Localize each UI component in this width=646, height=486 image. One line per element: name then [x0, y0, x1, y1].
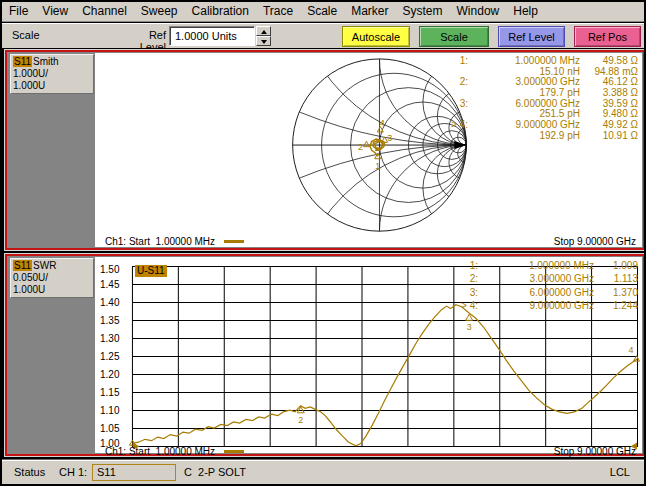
lower-trace-color-dash	[224, 450, 244, 453]
application-window: FileViewChannelSweepCalibrationTraceScal…	[0, 0, 646, 486]
menu-bar: FileViewChannelSweepCalibrationTraceScal…	[2, 2, 644, 22]
y-axis-tick: 1.20	[100, 370, 126, 380]
menu-item-system[interactable]: System	[396, 2, 450, 21]
marker-readout-cell: 1.009	[594, 260, 638, 273]
upper-trace-info-box: S11Smith 1.000U/ 1.000U	[10, 54, 94, 94]
autoscale-button[interactable]: Autoscale	[342, 26, 410, 47]
marker-readout-cell: 1:	[444, 260, 478, 273]
y-axis-tick: 1.15	[100, 388, 126, 398]
menu-item-scale[interactable]: Scale	[300, 2, 344, 21]
status-label: Status	[14, 466, 45, 478]
marker-readout-cell: 3:	[444, 287, 478, 300]
marker-readout-cell: 3.000000 GHz	[478, 273, 594, 286]
toolbar-buttons: AutoscaleScaleRef LevelRef Pos	[342, 26, 641, 47]
upper-trace-format-label: Smith	[33, 56, 59, 67]
marker-readout-row: 1:1.000000 MHz1.009	[444, 260, 638, 273]
scale-button[interactable]: Scale	[419, 26, 489, 47]
y-axis-tick: 1.35	[100, 316, 126, 326]
marker-readout-row: 2:3.000000 GHz1.113	[444, 273, 638, 286]
y-axis-tick: 1.30	[100, 334, 126, 344]
lower-trace-scale-value: 0.050U/	[13, 272, 91, 284]
swr-marker-readout: 1:1.000000 MHz1.0092:3.000000 GHz1.1133:…	[444, 260, 638, 314]
upper-trace-scale-value: 1.000U/	[13, 68, 91, 80]
marker-readout-cell	[434, 131, 468, 142]
lower-trace-info-box: S11SWR 0.050U/ 1.000U	[10, 258, 94, 298]
smith-marker-readout: 1:1.000000 MHz49.58 Ω15.10 nH94.88 mΩ2:3…	[434, 56, 638, 142]
marker-readout-row: 3:6.000000 GHz1.370	[444, 287, 638, 300]
menu-item-window[interactable]: Window	[450, 2, 507, 21]
marker-readout-cell: 1.370	[594, 287, 638, 300]
marker-readout-cell: 10.91 Ω	[580, 131, 638, 142]
menu-item-help[interactable]: Help	[506, 2, 545, 21]
y-axis-tick: 1.50	[100, 265, 126, 275]
menu-item-marker[interactable]: Marker	[344, 2, 395, 21]
svg-text:3: 3	[467, 322, 472, 332]
lcl-indicator: LCL	[610, 466, 630, 478]
swr-plot-area: 234 1.501.451.401.351.301.251.201.151.10…	[95, 257, 642, 453]
chevron-up-icon	[261, 30, 267, 34]
lower-trace-parameter-badge: S11	[13, 260, 32, 271]
channel-label: CH 1:	[59, 466, 87, 478]
spinner-down-button[interactable]	[256, 36, 271, 46]
cal-status-label: C 2-P SOLT	[184, 466, 246, 478]
menu-item-channel[interactable]: Channel	[75, 2, 134, 21]
chevron-down-icon	[261, 40, 267, 44]
y-axis-tick: 1.40	[100, 298, 126, 308]
status-bar: Status CH 1: S11 C 2-P SOLT LCL	[2, 460, 644, 484]
menu-item-view[interactable]: View	[35, 2, 75, 21]
marker-readout-cell: 2:	[434, 77, 468, 88]
marker-readout-cell: 1:	[434, 56, 468, 67]
menu-item-file[interactable]: File	[2, 2, 35, 21]
svg-text:1: 1	[375, 161, 380, 171]
menu-item-trace[interactable]: Trace	[256, 2, 300, 21]
upper-start-frequency-label: Ch1: Start 1.00000 MHz	[105, 236, 215, 247]
scale-mode-label: Scale	[12, 29, 40, 41]
ref-level-input[interactable]: 1.0000 Units	[169, 26, 255, 46]
marker-readout-cell: 3:	[434, 99, 468, 110]
lower-stop-frequency-label: Stop 9.00000 GHz	[554, 446, 636, 457]
lower-trace-ref-value: 1.000U	[13, 284, 91, 296]
ref-level-button[interactable]: Ref Level	[498, 26, 565, 47]
ref-level-spinner	[256, 26, 271, 46]
svg-text:3: 3	[387, 133, 392, 143]
spinner-up-button[interactable]	[256, 26, 271, 36]
measurement-box: S11	[92, 464, 176, 481]
menu-item-sweep[interactable]: Sweep	[134, 2, 185, 21]
upper-stop-frequency-label: Stop 9.00000 GHz	[554, 236, 636, 247]
y-axis-tick: 1.25	[100, 352, 126, 362]
lower-start-frequency-label: Ch1: Start 1.00000 MHz	[105, 446, 215, 457]
smith-chart-area: 1234 1:1.000000 MHz49.58 Ω15.10 nH94.88 …	[95, 53, 642, 247]
upper-trace-ref-value: 1.000U	[13, 80, 91, 92]
y-axis-tick: 1.05	[100, 424, 126, 434]
ref-pos-button[interactable]: Ref Pos	[574, 26, 641, 47]
svg-text:2: 2	[298, 415, 303, 425]
marker-readout-cell: 9.000000 GHz	[478, 300, 594, 313]
lower-trace-format-label: SWR	[33, 260, 56, 271]
marker-readout-cell: 1.000000 MHz	[478, 260, 594, 273]
svg-text:2: 2	[358, 142, 363, 152]
marker-readout-row: 192.9 pH10.91 Ω	[434, 131, 638, 142]
marker-readout-cell: 1.244	[594, 300, 638, 313]
y-axis-tick: 1.45	[100, 280, 126, 290]
marker-readout-cell: 2:	[444, 273, 478, 286]
menu-item-calibration[interactable]: Calibration	[185, 2, 256, 21]
toolbar: Scale Ref Level 1.0000 Units AutoscaleSc…	[2, 23, 644, 48]
marker-readout-cell: 192.9 pH	[468, 131, 580, 142]
lower-trace-window[interactable]: S11SWR 0.050U/ 1.000U 234 1.501.451.401.…	[5, 254, 645, 456]
upper-trace-color-dash	[224, 240, 244, 243]
marker-readout-cell: > 4:	[434, 120, 468, 131]
y-axis-tick: 1.10	[100, 406, 126, 416]
svg-text:4: 4	[380, 118, 385, 128]
svg-text:4: 4	[629, 345, 634, 355]
marker-readout-cell: > 4:	[444, 300, 478, 313]
upper-trace-parameter-badge: S11	[13, 56, 32, 67]
trace-name-badge: U-S11	[135, 265, 167, 277]
marker-readout-cell: 1.113	[594, 273, 638, 286]
upper-trace-window[interactable]: S11Smith 1.000U/ 1.000U 1234 1:1.000000 …	[5, 50, 645, 250]
marker-readout-row: > 4:9.000000 GHz1.244	[444, 300, 638, 313]
marker-readout-cell: 6.000000 GHz	[478, 287, 594, 300]
